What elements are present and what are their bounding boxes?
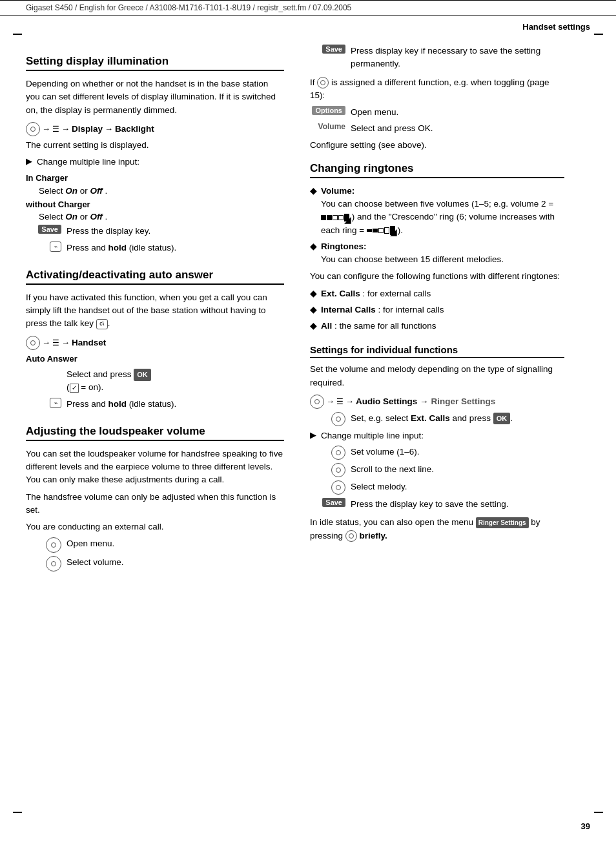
internal-calls-bullet: ◆ Internal Calls : for internal calls [310, 304, 564, 316]
volume-label-right: Volume [318, 122, 345, 131]
section-title-individual: Settings for individual functions [310, 344, 564, 358]
loudspeaker-body3: You are conducting an external call. [26, 520, 284, 533]
in-charger-text: Select On or Off . [26, 186, 284, 196]
auto-answer-end-cmd: ⌁ Press and hold (idle status). [26, 398, 284, 411]
save-key-ind: Save [322, 498, 345, 507]
wheel-icon-ind5 [331, 480, 345, 495]
section-title-loudspeaker: Adjusting the loudspeaker volume [26, 425, 284, 441]
end-key-icon: ⌁ [50, 242, 61, 252]
wheel-icon-ls2 [46, 556, 61, 571]
save-key: Save [38, 225, 61, 234]
right-volume-cmd: Volume Select and press OK. [310, 122, 564, 135]
ext-calls-label: Ext. Calls [321, 289, 360, 298]
volume-bar-crescendo: ◢ [367, 226, 395, 235]
wheel-icon-if [317, 77, 329, 88]
wheel-icon-display [26, 122, 40, 136]
talk-key-icon: c\ [96, 319, 108, 329]
display-nav-path: → ☰ → Display → Backlight [26, 122, 284, 136]
individual-change-multiple: ▶ Change multiple line input: [310, 429, 564, 442]
volume-label-rt: Volume: [321, 186, 354, 196]
configure-functions-text: You can configure the following function… [310, 270, 564, 283]
wheel-icon-auto [26, 336, 40, 350]
display-body1: Depending on whether or not the handset … [26, 77, 284, 117]
left-column: Setting display illumination Depending o… [0, 32, 297, 588]
loudspeaker-select-volume: Select volume. [26, 556, 284, 571]
right-if-assigned: If is assigned a different function, e.g… [310, 76, 564, 103]
auto-answer-nav-path: → ☰ → Handset [26, 336, 284, 350]
ext-calls-bullet: ◆ Ext. Calls : for external calls [310, 287, 564, 300]
all-label: All [321, 321, 332, 331]
ringtones-bullet: ◆ Ringtones: You can choose between 15 d… [310, 240, 564, 267]
volume-bullet: ◆ Volume: You can choose between five vo… [310, 185, 564, 237]
individual-nav-path: → ☰ → Audio Settings → Ringer Settings [310, 395, 564, 409]
content-area: Setting display illumination Depending o… [0, 32, 616, 613]
individual-save-cmd: Save Press the display key to save the s… [310, 498, 564, 511]
individual-select-melody: Select melody. [310, 480, 564, 495]
display-current: The current setting is displayed. [26, 139, 284, 152]
configure-setting: Configure setting (see above). [310, 139, 564, 152]
volume-bar-2: ◢ [321, 214, 349, 221]
ringer-settings-label: Ringer Settings [431, 396, 496, 406]
header-text: Gigaset S450 / English for Greece / A310… [26, 3, 351, 12]
section-title-auto-answer: Activating/deactivating auto answer [26, 269, 284, 285]
internal-calls-label: Internal Calls [321, 305, 376, 314]
end-key-icon-2: ⌁ [50, 398, 61, 408]
top-dash-left [13, 34, 22, 35]
right-options-cmd: Options Open menu. [310, 106, 564, 119]
section-title-ringtones: Changing ringtones [310, 162, 564, 178]
wheel-icon-ind4 [331, 463, 345, 477]
auto-answer-label: Auto Answer [26, 353, 284, 365]
section-title-display: Setting display illumination [26, 55, 284, 71]
page-header: Gigaset S450 / English for Greece / A310… [0, 0, 616, 15]
ok-key-auto: OK [134, 369, 151, 381]
loudspeaker-body1: You can set the loudspeaker volume for h… [26, 448, 284, 487]
all-bullet: ◆ All : the same for all functions [310, 320, 564, 333]
top-dash-right [594, 34, 603, 35]
without-charger-text: Select On or Off . [26, 212, 284, 221]
right-column: Save Press display key if necessary to s… [297, 32, 590, 588]
ringtones-label: Ringtones: [321, 242, 367, 251]
individual-set-cmd: Set, e.g. select Ext. Calls and press OK… [310, 412, 564, 426]
individual-scroll: Scroll to the next line. [310, 463, 564, 477]
display-save-cmd: Save Press the display key. [26, 225, 284, 238]
wheel-icon-ind2 [331, 412, 345, 426]
ok-key-ind: OK [493, 413, 511, 425]
save-key-right: Save [322, 45, 345, 54]
individual-body1: Set the volume and melody depending on t… [310, 363, 564, 389]
wheel-icon-ind [310, 395, 324, 409]
without-charger-label: without Charger [26, 198, 284, 211]
bottom-dash-right [594, 812, 603, 813]
auto-answer-nav-label: Handset [72, 338, 106, 347]
display-end-cmd: ⌁ Press and hold (idle status). [26, 242, 284, 254]
right-save-cmd: Save Press display key if necessary to s… [310, 45, 564, 71]
idle-status-text: In idle status, you can also open the me… [310, 516, 564, 542]
bottom-dash-left [13, 812, 22, 813]
check-box-icon: ✓ [70, 384, 79, 393]
ringer-settings-badge: Ringer Settings [476, 517, 529, 528]
loudspeaker-open-menu: Open menu. [26, 537, 284, 553]
page-number: 39 [581, 821, 590, 831]
loudspeaker-body2: The handsfree volume can only be adjuste… [26, 491, 284, 517]
display-change-multiple: ▶ Change multiple line input: [26, 156, 284, 169]
right-header-label: Handset settings [0, 15, 616, 32]
in-charger-label: In Charger [26, 172, 284, 185]
auto-answer-select-cmd: Select and press OK (✓ = on). [26, 368, 284, 395]
options-key: Options [312, 106, 345, 115]
individual-set-volume: Set volume (1–6). [310, 446, 564, 460]
page-container: Gigaset S450 / English for Greece / A310… [0, 0, 616, 844]
wheel-icon-ls1 [46, 537, 61, 553]
wheel-icon-ind3 [331, 446, 345, 460]
wheel-icon-ind6 [345, 530, 357, 542]
auto-answer-body1: If you have activated this function, whe… [26, 291, 284, 331]
audio-settings-label: Audio Settings → [356, 396, 429, 406]
